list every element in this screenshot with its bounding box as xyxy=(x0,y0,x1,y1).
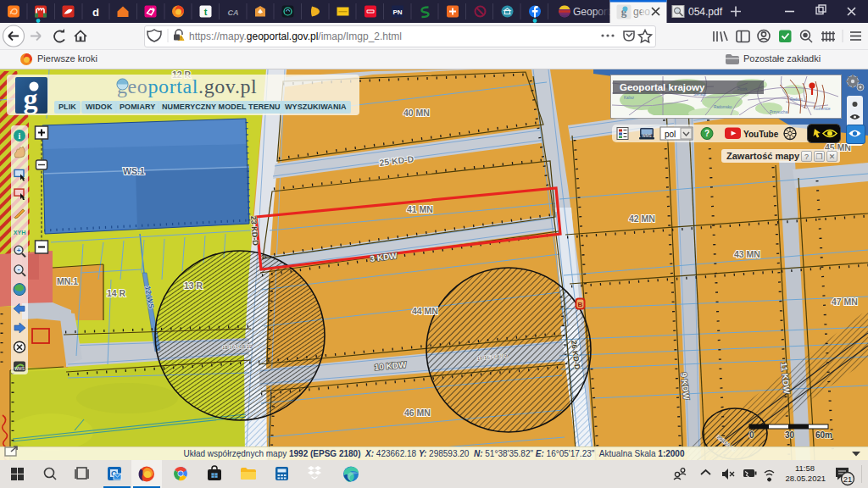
svg-text:MN.1: MN.1 xyxy=(57,276,78,286)
svg-text:Przysucha: Przysucha xyxy=(770,110,788,114)
svg-text:?: ? xyxy=(704,129,709,138)
svg-text:PN: PN xyxy=(392,8,402,16)
svg-text:d: d xyxy=(92,6,99,19)
svg-text:46 MN: 46 MN xyxy=(404,408,431,418)
svg-text:pol: pol xyxy=(665,130,676,139)
svg-text:13 R: 13 R xyxy=(184,280,203,291)
svg-text:+: + xyxy=(17,247,21,254)
svg-text:42 MN: 42 MN xyxy=(629,214,655,224)
svg-text:60m: 60m xyxy=(815,430,832,440)
svg-text:11:58: 11:58 xyxy=(795,463,815,473)
svg-text:40 MN: 40 MN xyxy=(403,108,430,118)
svg-text:47 MN: 47 MN xyxy=(832,297,858,307)
svg-text:!: ! xyxy=(181,36,182,41)
svg-text:21: 21 xyxy=(843,474,853,484)
svg-text:YouTube: YouTube xyxy=(743,130,779,139)
svg-text:28.05.2021: 28.05.2021 xyxy=(785,474,826,483)
svg-text:43 MN: 43 MN xyxy=(734,249,760,259)
svg-text:XYH: XYH xyxy=(14,230,25,236)
svg-text:30: 30 xyxy=(785,430,795,440)
svg-text:054.pdf: 054.pdf xyxy=(688,6,723,18)
svg-text:WMS: WMS xyxy=(643,134,652,138)
svg-text:https://mapy.geoportal.gov.pl/: https://mapy.geoportal.gov.pl/imap/Imgp_… xyxy=(189,30,402,42)
svg-text:Radomsko: Radomsko xyxy=(714,105,732,109)
svg-text:B: B xyxy=(578,301,583,308)
svg-text:WS.1: WS.1 xyxy=(123,166,145,176)
svg-text:0: 0 xyxy=(749,430,754,440)
svg-text:Kalisz: Kalisz xyxy=(624,96,635,100)
svg-text:CA: CA xyxy=(228,8,239,17)
svg-text:t: t xyxy=(204,7,208,17)
svg-text:WMS: WMS xyxy=(14,366,25,371)
svg-text:14 R: 14 R xyxy=(107,288,126,298)
svg-text:41 MN: 41 MN xyxy=(407,204,433,214)
svg-text:18/167-68/19: 18/167-68/19 xyxy=(222,344,253,350)
svg-text:44 MN: 44 MN xyxy=(412,306,438,316)
svg-text:-: - xyxy=(18,265,20,274)
svg-text:i: i xyxy=(19,131,21,141)
svg-text:g: g xyxy=(24,83,38,114)
